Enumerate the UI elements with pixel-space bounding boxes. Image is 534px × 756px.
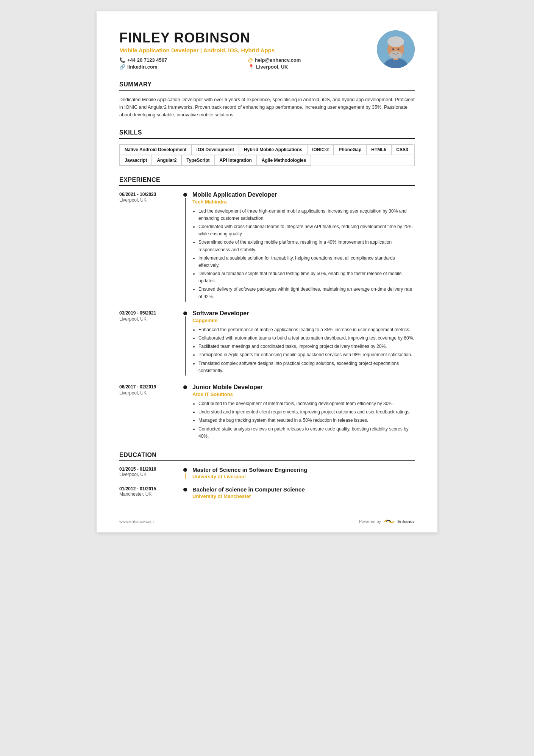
experience-entry: 06/2017 - 02/2019 Liverpool, UK Junior M… bbox=[119, 384, 415, 441]
skill-tag: CSS3 bbox=[391, 144, 413, 155]
skills-container: Native Android DevelopmentiOS Developmen… bbox=[119, 144, 415, 166]
summary-section: SUMMARY Dedicated Mobile Application Dev… bbox=[119, 81, 415, 119]
exp-date: 03/2019 - 05/2021 bbox=[119, 310, 178, 316]
email-icon: @ bbox=[248, 57, 253, 63]
education-entries: 01/2015 - 01/2016 Liverpool, UK Master o… bbox=[119, 466, 415, 499]
summary-title: SUMMARY bbox=[119, 81, 415, 91]
resume-page: FINLEY ROBINSON Mobile Application Devel… bbox=[97, 11, 437, 532]
edu-location: Manchester, UK bbox=[119, 491, 178, 497]
education-entry: 01/2015 - 01/2016 Liverpool, UK Master o… bbox=[119, 466, 415, 479]
exp-dot bbox=[183, 311, 187, 315]
exp-date: 06/2021 - 10/2023 bbox=[119, 191, 178, 198]
exp-bullet: Participated in Agile sprints for enhanc… bbox=[198, 351, 415, 358]
edu-line bbox=[185, 473, 186, 479]
exp-dot-line bbox=[183, 193, 187, 302]
exp-right: Software Developer Capgemini Enhanced th… bbox=[192, 310, 415, 376]
experience-section: EXPERIENCE 06/2021 - 10/2023 Liverpool, … bbox=[119, 177, 415, 441]
footer: www.enhancv.com Powered by Enhancv bbox=[119, 518, 415, 525]
exp-location: Liverpool, UK bbox=[119, 390, 178, 396]
exp-bullet: Led the development of three high-demand… bbox=[198, 208, 415, 222]
location-contact: 📍 Liverpool, UK bbox=[248, 64, 365, 70]
edu-school: University of Manchester bbox=[192, 493, 415, 499]
svg-point-6 bbox=[389, 51, 402, 59]
location-icon: 📍 bbox=[248, 64, 254, 70]
skill-tag: Agile Methodologies bbox=[257, 155, 311, 166]
skill-tag: Hybrid Mobile Applications bbox=[239, 144, 307, 155]
svg-point-7 bbox=[392, 49, 394, 50]
skill-tag: HTML5 bbox=[366, 144, 391, 155]
skill-tag: iOS Development bbox=[192, 144, 239, 155]
skills-title: SKILLS bbox=[119, 129, 415, 139]
exp-date: 06/2017 - 02/2019 bbox=[119, 384, 178, 390]
contact-info: 📞 +44 20 7123 4567 @ help@enhancv.com 🔗 … bbox=[119, 57, 365, 70]
edu-dot bbox=[183, 468, 187, 472]
edu-left: 01/2015 - 01/2016 Liverpool, UK bbox=[119, 466, 178, 479]
enhancv-brand-name: Enhancv bbox=[397, 519, 415, 524]
exp-dot bbox=[183, 385, 187, 389]
exp-left: 03/2019 - 05/2021 Liverpool, UK bbox=[119, 310, 178, 376]
education-section: EDUCATION 01/2015 - 01/2016 Liverpool, U… bbox=[119, 452, 415, 499]
exp-right: Mobile Application Developer Tech Mahind… bbox=[192, 191, 415, 302]
exp-bullet: Coordinated with cross-functional teams … bbox=[198, 223, 415, 238]
svg-point-8 bbox=[398, 49, 400, 50]
footer-website: www.enhancv.com bbox=[119, 519, 154, 524]
skill-tag: Javascript bbox=[120, 155, 152, 166]
footer-right: Powered by Enhancv bbox=[359, 518, 415, 525]
avatar bbox=[377, 30, 415, 68]
edu-date: 01/2012 - 01/2015 bbox=[119, 486, 178, 491]
edu-degree: Master of Science in Software Engineerin… bbox=[192, 466, 415, 473]
exp-bullet: Translated complex software designs into… bbox=[198, 360, 415, 374]
edu-left: 01/2012 - 01/2015 Manchester, UK bbox=[119, 486, 178, 499]
phone-icon: 📞 bbox=[119, 57, 125, 63]
exp-right: Junior Mobile Developer Atos IT Solution… bbox=[192, 384, 415, 441]
skill-tag: Angular2 bbox=[152, 155, 181, 166]
exp-bullet: Implemented a scalable solution for trac… bbox=[198, 255, 415, 269]
edu-location: Liverpool, UK bbox=[119, 472, 178, 477]
edu-right: Master of Science in Software Engineerin… bbox=[192, 466, 415, 479]
skill-tag: Native Android Development bbox=[120, 144, 192, 155]
exp-location: Liverpool, UK bbox=[119, 316, 178, 322]
exp-company: Atos IT Solutions bbox=[192, 391, 415, 397]
exp-bullets: Contributed to the development of intern… bbox=[192, 400, 415, 440]
skill-tag: TypeScript bbox=[181, 155, 214, 166]
header: FINLEY ROBINSON Mobile Application Devel… bbox=[119, 30, 415, 70]
phone-contact: 📞 +44 20 7123 4567 bbox=[119, 57, 237, 63]
skill-tag: PhoneGap bbox=[334, 144, 366, 155]
edu-right: Bachelor of Science in Computer Science … bbox=[192, 486, 415, 499]
experience-entry: 03/2019 - 05/2021 Liverpool, UK Software… bbox=[119, 310, 415, 376]
exp-company: Capgemini bbox=[192, 318, 415, 323]
svg-point-5 bbox=[387, 36, 404, 47]
exp-left: 06/2017 - 02/2019 Liverpool, UK bbox=[119, 384, 178, 441]
exp-bullets: Led the development of three high-demand… bbox=[192, 208, 415, 301]
linkedin-contact: 🔗 linkedin.com bbox=[119, 64, 237, 70]
edu-dot-line bbox=[183, 468, 187, 479]
exp-bullet: Streamlined code of the existing mobile … bbox=[198, 239, 415, 253]
edu-degree: Bachelor of Science in Computer Science bbox=[192, 486, 415, 493]
exp-dot-line bbox=[183, 385, 187, 441]
exp-bullet: Contributed to the development of intern… bbox=[198, 400, 415, 407]
exp-bullet: Enhanced the performance of mobile appli… bbox=[198, 326, 415, 333]
exp-line bbox=[185, 316, 186, 376]
skills-section: SKILLS Native Android DevelopmentiOS Dev… bbox=[119, 129, 415, 166]
exp-role: Software Developer bbox=[192, 310, 415, 317]
enhancv-logo: Enhancv bbox=[384, 518, 415, 525]
exp-dot bbox=[183, 193, 187, 197]
exp-bullets: Enhanced the performance of mobile appli… bbox=[192, 326, 415, 374]
skill-tag: API Integration bbox=[215, 155, 257, 166]
powered-by-label: Powered by bbox=[359, 519, 381, 524]
education-title: EDUCATION bbox=[119, 452, 415, 461]
summary-text: Dedicated Mobile Application Developer w… bbox=[119, 96, 415, 119]
experience-title: EXPERIENCE bbox=[119, 177, 415, 186]
experience-entries: 06/2021 - 10/2023 Liverpool, UK Mobile A… bbox=[119, 191, 415, 441]
exp-location: Liverpool, UK bbox=[119, 197, 178, 203]
experience-entry: 06/2021 - 10/2023 Liverpool, UK Mobile A… bbox=[119, 191, 415, 302]
exp-role: Junior Mobile Developer bbox=[192, 384, 415, 391]
exp-line bbox=[185, 198, 186, 302]
exp-bullet: Understood and implemented client requir… bbox=[198, 409, 415, 416]
exp-company: Tech Mahindra bbox=[192, 199, 415, 205]
exp-bullet: Facilitated team meetings and coordinate… bbox=[198, 343, 415, 350]
edu-school: University of Liverpool bbox=[192, 474, 415, 479]
exp-dot-line bbox=[183, 311, 187, 376]
candidate-title: Mobile Application Developer | Android, … bbox=[119, 47, 365, 53]
exp-bullet: Conducted static analysis reviews on pat… bbox=[198, 426, 415, 440]
